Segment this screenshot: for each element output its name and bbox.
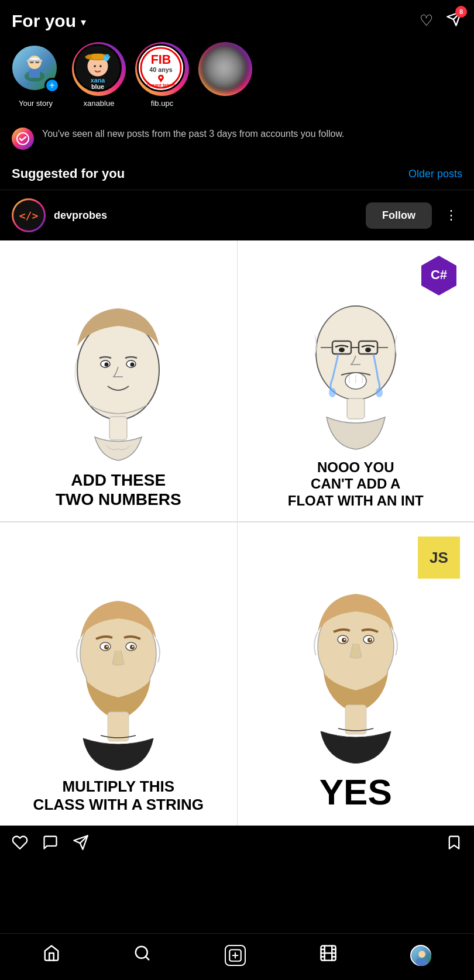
notifications-heart-icon[interactable]: ♡	[420, 12, 433, 30]
wojak-npc-svg	[60, 300, 177, 463]
meme-text-bottom-left: MULTIPLY THISCLASS WITH A STRING	[33, 778, 204, 814]
meme-bottom-row: MULTIPLY THISCLASS WITH A STRING JS	[0, 521, 474, 826]
suggested-title: Suggested for you	[12, 166, 125, 181]
svg-rect-53	[347, 398, 365, 419]
svg-rect-10	[27, 60, 43, 62]
svg-text:40 anys: 40 anys	[149, 66, 172, 73]
seen-notice: You've seen all new posts from the past …	[0, 119, 474, 160]
chad-svg-left	[60, 595, 177, 771]
meme-panel-bottom-left: MULTIPLY THISCLASS WITH A STRING	[0, 522, 238, 826]
story-avatar-fib-upc: FIB 40 anys Creant talent	[137, 44, 185, 92]
svg-point-60	[132, 645, 134, 647]
chevron-down-icon[interactable]: ▾	[81, 16, 86, 29]
page-title: For you	[12, 11, 76, 31]
svg-rect-5	[29, 69, 40, 78]
svg-point-20	[100, 67, 105, 70]
bookmark-button[interactable]	[446, 834, 462, 855]
svg-point-31	[77, 320, 159, 419]
seen-notice-text: You've seen all new posts from the past …	[42, 128, 345, 140]
story-item-fib-upc[interactable]: FIB 40 anys Creant talent fib.upc	[136, 44, 188, 108]
svg-point-34	[105, 362, 109, 366]
story-avatar-wrapper-your-story: +	[11, 44, 61, 94]
nav-profile-button[interactable]	[410, 945, 431, 966]
story-avatar-wrapper-fib-upc: FIB 40 anys Creant talent	[137, 44, 187, 94]
account-avatar-ring[interactable]: </>	[12, 198, 46, 232]
svg-point-35	[130, 362, 135, 366]
svg-point-45	[339, 348, 345, 352]
bottom-spacer	[0, 863, 474, 921]
account-row-devprobes: </> devprobes Follow ⋮	[0, 190, 474, 240]
like-button[interactable]	[12, 834, 28, 855]
svg-rect-69	[345, 705, 366, 734]
js-logo-text: JS	[430, 549, 448, 567]
seen-check-icon	[12, 128, 34, 150]
post-image: ADD THESETWO NUMBERS C#	[0, 240, 474, 826]
meme-text-top-right: NOOO YOUCAN'T ADD AFLOAT WITH AN INT	[288, 459, 424, 510]
meme-panel-left: ADD THESETWO NUMBERS	[0, 240, 238, 521]
account-username[interactable]: devprobes	[54, 209, 358, 222]
svg-point-47	[329, 388, 336, 397]
svg-rect-88	[416, 959, 428, 966]
header: For you ▾ ♡ 8	[0, 0, 474, 38]
svg-text:blue: blue	[91, 83, 104, 90]
nav-search-button[interactable]	[133, 944, 151, 966]
svg-line-73	[146, 957, 149, 960]
story-item-your-story[interactable]: + Your story	[9, 44, 62, 108]
share-button[interactable]	[73, 834, 89, 855]
follow-button[interactable]: Follow	[366, 202, 432, 229]
story-item-blurred[interactable]	[199, 44, 252, 108]
svg-point-68	[369, 638, 371, 640]
post-actions	[0, 826, 474, 863]
meme-top-row: ADD THESETWO NUMBERS C#	[0, 240, 474, 521]
story-item-xanablue[interactable]: xana blue xanablue	[73, 44, 125, 108]
messages-button[interactable]: 8	[446, 11, 462, 31]
story-label-your-story: Your story	[19, 99, 53, 108]
story-avatar-blurred	[200, 44, 248, 92]
svg-point-48	[376, 388, 383, 397]
add-story-button[interactable]: +	[44, 78, 60, 93]
comment-button[interactable]	[42, 834, 59, 855]
suggested-header: Suggested for you Older posts	[0, 160, 474, 190]
post-actions-left	[12, 834, 89, 855]
story-label-xanablue: xanablue	[84, 99, 115, 108]
svg-point-28	[160, 77, 162, 79]
svg-rect-36	[109, 417, 127, 440]
svg-point-16	[106, 54, 109, 58]
nav-home-button[interactable]	[43, 944, 60, 966]
nav-reels-button[interactable]	[320, 944, 337, 966]
svg-point-19	[91, 67, 95, 70]
story-avatar-wrapper-blurred	[200, 44, 250, 94]
header-icons: ♡ 8	[420, 11, 462, 31]
older-posts-link[interactable]: Older posts	[408, 168, 462, 180]
csharp-logo: C#	[418, 255, 460, 297]
story-label-fib-upc: fib.upc	[151, 99, 173, 108]
svg-text:FIB: FIB	[151, 53, 171, 67]
crying-wojak-svg	[297, 288, 414, 452]
story-avatar-wrapper-xanablue: xana blue	[74, 44, 124, 94]
svg-point-67	[344, 638, 345, 640]
svg-point-87	[418, 951, 425, 958]
more-options-button[interactable]: ⋮	[440, 205, 462, 225]
svg-point-18	[99, 65, 102, 67]
meme-panel-right: C#	[238, 240, 475, 521]
chad-svg-right	[297, 588, 414, 764]
svg-text:Creant talent: Creant talent	[147, 82, 175, 88]
nav-add-post-button[interactable]	[225, 945, 246, 966]
svg-point-59	[107, 645, 108, 647]
svg-rect-14	[91, 54, 104, 60]
js-logo: JS	[418, 537, 460, 579]
svg-point-46	[365, 348, 371, 352]
meme-panel-bottom-right: JS	[238, 522, 475, 826]
header-left: For you ▾	[12, 11, 86, 31]
account-avatar: </>	[13, 200, 44, 231]
message-badge: 8	[455, 6, 467, 18]
story-avatar-xanablue: xana blue	[74, 44, 122, 92]
svg-point-17	[94, 65, 96, 67]
meme-text-top-left: ADD THESETWO NUMBERS	[56, 470, 181, 510]
meme-text-bottom-right: YES	[320, 771, 392, 814]
bottom-nav	[0, 933, 474, 980]
stories-row: + Your story	[0, 38, 474, 119]
svg-text:C#: C#	[431, 267, 447, 282]
svg-rect-61	[108, 712, 129, 741]
